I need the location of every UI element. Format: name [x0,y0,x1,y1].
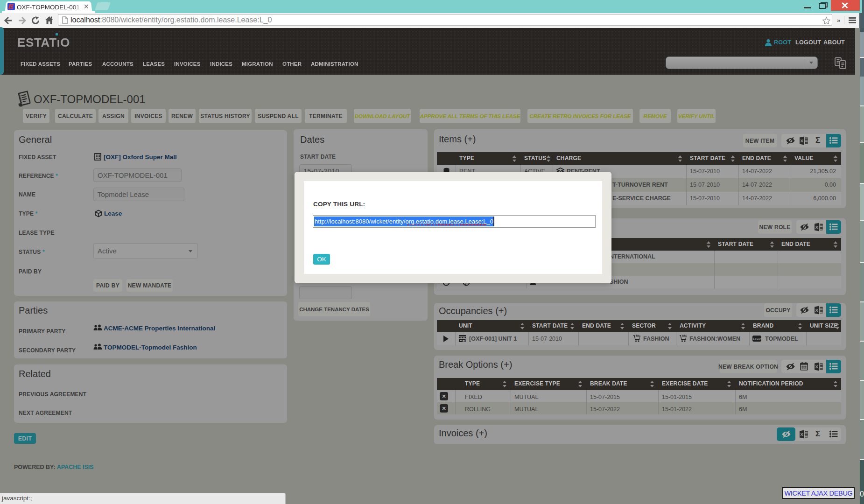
svg-text:X: X [815,308,819,313]
svg-text:X: X [801,432,804,437]
svg-text:X: X [801,138,804,143]
svg-text:X: X [815,364,819,369]
svg-text:X: X [815,224,819,230]
